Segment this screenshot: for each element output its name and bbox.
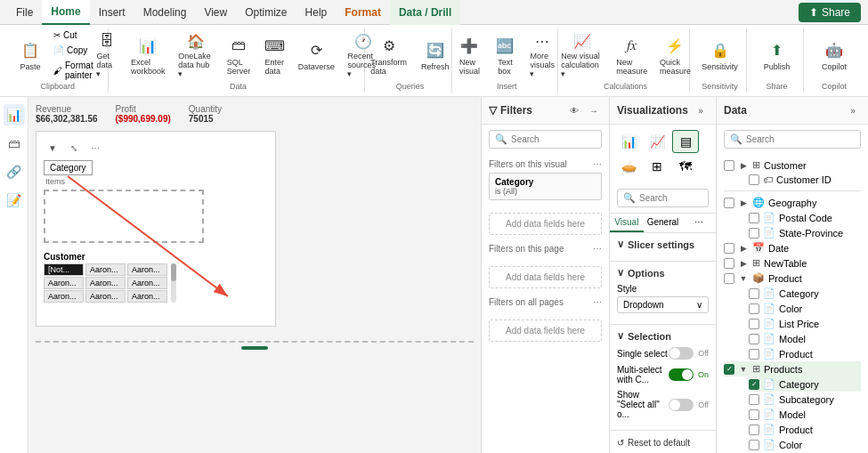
tree-item-date[interactable]: ▶ 📅 Date <box>724 240 861 255</box>
checkbox-product-color[interactable] <box>749 303 759 314</box>
viz-line-icon[interactable]: 📈 <box>644 130 670 153</box>
table-cell[interactable]: Aaron... <box>85 277 126 289</box>
table-cell[interactable]: Aaron... <box>85 263 126 276</box>
viz-table-icon[interactable]: ⊞ <box>644 155 670 178</box>
tree-item-products-category[interactable]: ✓ 📄 Category <box>749 376 861 392</box>
new-measure-button[interactable]: 𝑓𝑥 Newmeasure <box>612 28 652 82</box>
table-cell[interactable]: Aaron... <box>127 277 167 289</box>
show-select-toggle[interactable] <box>669 399 694 411</box>
viz-tab-general[interactable]: General <box>644 214 683 232</box>
tab-modeling[interactable]: Modeling <box>134 0 196 25</box>
filters-eye-icon[interactable]: 👁 <box>566 102 582 118</box>
data-search-box[interactable]: 🔍 <box>724 130 861 149</box>
tree-item-product-name[interactable]: 📄 Product <box>749 346 861 361</box>
tree-expand-geography[interactable]: ▶ <box>738 198 749 208</box>
style-dropdown[interactable]: Dropdown ∨ <box>617 296 709 313</box>
tab-file[interactable]: File <box>7 0 42 25</box>
multi-select-toggle[interactable] <box>669 368 694 381</box>
checkbox-products-product[interactable] <box>749 425 759 435</box>
text-box-button[interactable]: 🔤 Textbox <box>489 28 521 82</box>
checkbox-product-name[interactable] <box>749 349 759 360</box>
tree-item-customer[interactable]: ▶ ⊞ Customer <box>724 158 861 173</box>
tree-item-newtable[interactable]: ▶ ⊞ NewTable <box>724 255 861 271</box>
data-expand-icon[interactable]: » <box>845 102 861 118</box>
tab-optimize[interactable]: Optimize <box>236 0 296 25</box>
filters-page-dots[interactable]: ⋯ <box>593 244 602 254</box>
tree-item-product-color[interactable]: 📄 Color <box>749 301 861 316</box>
tree-expand-products[interactable]: ▼ <box>738 364 749 375</box>
tab-home[interactable]: Home <box>42 0 89 25</box>
viz-tab-visual[interactable]: Visual <box>610 214 644 232</box>
options-chevron[interactable]: ∨ <box>617 267 624 279</box>
checkbox-products-color[interactable] <box>749 440 759 450</box>
focus-toolbar-btn[interactable]: ⤡ <box>65 139 83 157</box>
viz-slicer-icon[interactable]: ▤ <box>672 130 699 153</box>
new-visual-button[interactable]: ➕ Newvisual <box>453 28 485 82</box>
checkbox-products-model[interactable] <box>749 409 759 420</box>
data-search-input[interactable] <box>746 134 855 144</box>
sidebar-data-icon[interactable]: 🗃 <box>4 133 25 154</box>
new-visual-calc-button[interactable]: 📈 New visualcalculation ▾ <box>556 28 608 82</box>
transform-data-button[interactable]: ⚙ Transformdata <box>365 28 412 82</box>
dataverse-button[interactable]: ⟳ Dataverse <box>294 28 338 82</box>
refresh-button[interactable]: 🔄 Refresh <box>416 28 455 82</box>
paste-button[interactable]: 📋 Paste <box>14 28 46 82</box>
more-visuals-button[interactable]: ⋯ Morevisuals ▾ <box>524 28 560 82</box>
checkbox-list-price[interactable] <box>749 319 759 329</box>
filters-close-icon[interactable]: → <box>586 102 602 118</box>
excel-workbook-button[interactable]: 📊 Excelworkbook <box>126 28 169 82</box>
sidebar-dax-icon[interactable]: 📝 <box>4 190 25 211</box>
viz-expand-icon[interactable]: » <box>693 102 709 118</box>
reset-default-button[interactable]: ↺ Reset to default <box>617 434 709 451</box>
onelake-button[interactable]: 🏠 OneLakedata hub ▾ <box>173 28 218 82</box>
scrollbar[interactable] <box>171 263 176 303</box>
checkbox-customer[interactable] <box>724 160 734 171</box>
viz-map-icon[interactable]: 🗺 <box>672 155 699 178</box>
filters-search-input[interactable] <box>511 134 596 144</box>
checkbox-date[interactable] <box>724 243 734 254</box>
filters-visual-dots[interactable]: ⋯ <box>593 159 602 169</box>
table-cell[interactable]: Aaron... <box>44 277 84 289</box>
tree-expand-newtable[interactable]: ▶ <box>738 258 749 269</box>
checkbox-products-category[interactable]: ✓ <box>749 379 759 390</box>
publish-button[interactable]: ⬆ Publish <box>758 28 796 82</box>
slicer-settings-chevron[interactable]: ∨ <box>617 239 624 250</box>
tree-item-products[interactable]: ✓ ▼ ⊞ Products <box>724 361 861 376</box>
table-cell[interactable]: Aaron... <box>127 263 167 276</box>
checkbox-postal-code[interactable] <box>749 213 759 223</box>
checkbox-customer-id[interactable] <box>749 174 759 185</box>
share-button[interactable]: ⬆ Share <box>799 3 861 22</box>
more-toolbar-btn[interactable]: ⋯ <box>86 139 104 157</box>
filter-toolbar-btn[interactable]: ▼ <box>44 139 61 157</box>
tree-item-list-price[interactable]: 📄 List Price <box>749 316 861 331</box>
table-cell[interactable]: Aaron... <box>127 290 167 303</box>
tree-expand-date[interactable]: ▶ <box>738 243 749 254</box>
filters-search-box[interactable]: 🔍 <box>489 130 602 149</box>
checkbox-geography[interactable] <box>724 198 734 208</box>
viz-pie-icon[interactable]: 🥧 <box>615 155 642 178</box>
canvas-visual[interactable]: ▼ ⤡ ⋯ Category Items Customer [Not... Aa… <box>36 131 276 327</box>
tree-item-customer-id[interactable]: 🏷 Customer ID <box>749 173 861 187</box>
sidebar-model-icon[interactable]: 🔗 <box>4 161 25 182</box>
tab-view[interactable]: View <box>195 0 236 25</box>
viz-bar-icon[interactable]: 📊 <box>615 130 642 153</box>
viz-search-box[interactable]: 🔍 <box>617 189 709 207</box>
checkbox-products-subcategory[interactable] <box>749 394 759 405</box>
tree-expand-product[interactable]: ▼ <box>738 273 749 284</box>
checkbox-state-province[interactable] <box>749 228 759 239</box>
selection-chevron[interactable]: ∨ <box>617 330 624 342</box>
tree-item-product-model[interactable]: 📄 Model <box>749 331 861 346</box>
viz-tab-more[interactable]: ⋯ <box>682 214 716 232</box>
filters-all-dots[interactable]: ⋯ <box>593 297 602 307</box>
page-indicator[interactable] <box>241 346 268 350</box>
quick-measure-button[interactable]: ⚡ Quickmeasure <box>655 28 695 82</box>
sql-server-button[interactable]: 🗃 SQLServer <box>223 28 256 82</box>
tab-format[interactable]: Format <box>336 0 390 25</box>
filter-category-item[interactable]: Category is (All) <box>489 173 602 200</box>
get-data-button[interactable]: 🗄 Getdata ▾ <box>91 28 123 82</box>
single-select-toggle[interactable] <box>669 347 694 360</box>
tree-item-products-color[interactable]: 📄 Color <box>749 437 861 452</box>
tree-expand-customer[interactable]: ▶ <box>738 160 749 171</box>
table-cell[interactable]: [Not... <box>44 263 84 276</box>
tab-help[interactable]: Help <box>296 0 337 25</box>
